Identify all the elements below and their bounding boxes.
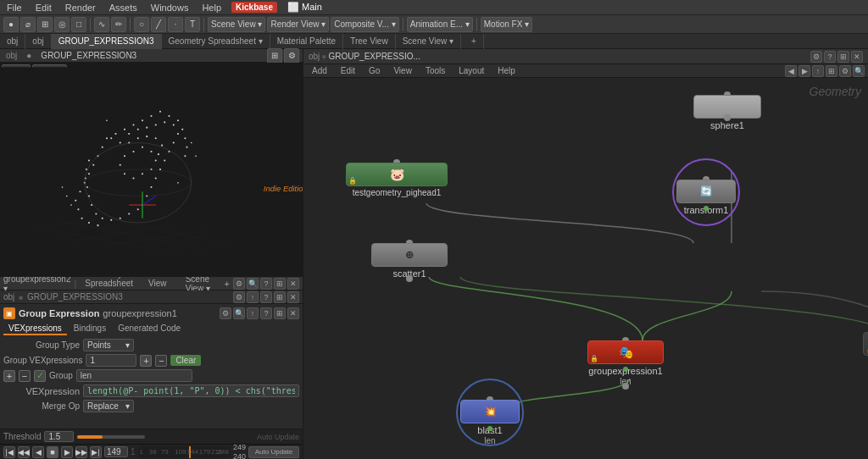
sub-help[interactable]: ?: [260, 291, 272, 303]
node-blast1[interactable]: 💥 blast1 len: [460, 400, 520, 445]
tab-obj1[interactable]: obj: [0, 34, 25, 49]
ge-group-remove[interactable]: −: [19, 370, 31, 382]
sphere1-box[interactable]: [693, 95, 761, 119]
sub-jump[interactable]: ↑: [247, 291, 259, 303]
animation-e-btn[interactable]: Animation E... ▾: [407, 17, 473, 32]
tool-circle[interactable]: ○: [134, 17, 149, 32]
panel-expand[interactable]: ⊞: [274, 278, 286, 290]
tab-obj2[interactable]: obj: [25, 34, 51, 49]
composite-v-btn[interactable]: Composite V... ▾: [331, 17, 398, 32]
ge-help[interactable]: ?: [260, 307, 272, 319]
pb-next[interactable]: ▶|: [90, 446, 102, 458]
ne-menu-tools[interactable]: Tools: [420, 66, 450, 75]
panel-search[interactable]: 🔍: [247, 278, 259, 290]
threshold-input[interactable]: [44, 431, 74, 442]
menu-assets[interactable]: Assets: [106, 3, 141, 13]
ne-expand[interactable]: ⊞: [837, 51, 849, 63]
tool-tube[interactable]: ⌀: [20, 17, 36, 32]
menu-render[interactable]: Render: [62, 3, 99, 13]
pb-play[interactable]: ▶: [61, 446, 73, 458]
ne-nav-back[interactable]: ◀: [785, 65, 797, 77]
menu-file[interactable]: File: [3, 3, 25, 13]
stab-bindings[interactable]: Bindings: [69, 323, 111, 335]
blast1-box[interactable]: 💥: [460, 400, 520, 423]
ne-help[interactable]: ?: [824, 51, 836, 63]
vp-reset-btn[interactable]: ⊞: [267, 48, 282, 64]
ne-nav-zoom[interactable]: 🔍: [853, 65, 865, 77]
node-pointwrangle1[interactable]: ⚙ 🔒 Attribute Wrangle pointwrangle1: [863, 332, 868, 379]
pighead-box[interactable]: 🐷 🔒: [346, 163, 448, 186]
ge-group-vex-input[interactable]: [86, 354, 136, 367]
stab-generated[interactable]: Generated Code: [113, 323, 186, 335]
tab-scene-view[interactable]: Scene View ▾: [396, 34, 461, 49]
ge-jump[interactable]: ↑: [247, 307, 259, 319]
btab-add[interactable]: +: [225, 279, 230, 289]
ne-menu-go[interactable]: Go: [364, 66, 385, 75]
node-canvas[interactable]: Geometry: [303, 78, 868, 459]
panel-settings[interactable]: ⚙: [233, 278, 245, 290]
path-obj[interactable]: obj: [309, 52, 320, 61]
ne-menu-layout[interactable]: Layout: [453, 66, 489, 75]
ne-menu-add[interactable]: Add: [307, 66, 332, 75]
panel-help[interactable]: ?: [260, 278, 272, 290]
ne-menu-help[interactable]: Help: [492, 66, 520, 75]
ge-merge-dropdown[interactable]: Replace ▾: [83, 400, 134, 412]
panel-close[interactable]: ✕: [287, 278, 299, 290]
scatter1-box[interactable]: ⊕: [371, 243, 448, 267]
threshold-slider[interactable]: [77, 435, 145, 439]
auto-update-btn[interactable]: Auto Update: [248, 446, 299, 458]
ge-clear-btn[interactable]: Clear: [170, 355, 201, 366]
tool-line[interactable]: ╱: [151, 17, 166, 32]
transform1-box[interactable]: 🔄: [676, 180, 736, 203]
sub-settings[interactable]: ⚙: [233, 291, 245, 303]
stab-vex[interactable]: VEXpressions: [3, 323, 67, 335]
ge-group-check[interactable]: ✓: [34, 370, 46, 382]
tool-text[interactable]: T: [185, 17, 200, 32]
tab-group-expression[interactable]: GROUP_EXPRESSION3: [52, 34, 162, 49]
ge-group-type-dropdown[interactable]: Points ▾: [83, 339, 134, 351]
pointwrangle1-box[interactable]: ⚙ 🔒: [863, 332, 868, 356]
node-sphere1[interactable]: sphere1: [693, 95, 761, 130]
tab-tree-view[interactable]: Tree View: [343, 34, 395, 49]
vp-settings-btn[interactable]: ⚙: [284, 48, 299, 64]
path-expr-active[interactable]: GROUP_EXPRESSIO...: [328, 52, 420, 61]
ge-group-val-input[interactable]: [76, 369, 192, 382]
ge-search[interactable]: 🔍: [233, 307, 245, 319]
ge-expand[interactable]: ⊞: [274, 307, 286, 319]
pb-stop[interactable]: ■: [47, 446, 58, 458]
ne-nav-up[interactable]: ↑: [812, 65, 824, 77]
frame-input[interactable]: [104, 446, 128, 457]
tool-sphere[interactable]: ●: [3, 17, 19, 32]
ne-nav-frame[interactable]: ⊞: [826, 65, 837, 77]
node-groupexpression1[interactable]: 🎭 🔒 groupexpression1 len: [587, 340, 664, 386]
node-transform1[interactable]: 🔄 transform1: [676, 180, 736, 215]
tool-curve[interactable]: ∿: [94, 17, 109, 32]
menu-edit[interactable]: Edit: [32, 3, 55, 13]
ge-add-btn[interactable]: +: [140, 355, 152, 367]
tool-box[interactable]: □: [71, 17, 86, 32]
pb-start[interactable]: |◀: [3, 446, 15, 458]
tool-grid[interactable]: ⊞: [37, 17, 53, 32]
ne-close[interactable]: ✕: [851, 51, 863, 63]
pb-play-real[interactable]: ▶▶: [75, 446, 87, 458]
node-scatter1[interactable]: ⊕ scatter1: [371, 243, 448, 279]
ge-remove-btn[interactable]: −: [155, 355, 167, 367]
tab-material-palette[interactable]: Material Palette: [270, 34, 343, 49]
ge-settings[interactable]: ⚙: [220, 307, 231, 319]
ne-menu-edit[interactable]: Edit: [336, 66, 360, 75]
ne-menu-view[interactable]: View: [388, 66, 417, 75]
tool-points[interactable]: ·: [168, 17, 183, 32]
pb-prev[interactable]: ◀: [32, 446, 44, 458]
tool-torus[interactable]: ◎: [54, 17, 70, 32]
tab-geo-spreadsheet[interactable]: Geometry Spreadsheet ▾: [162, 34, 270, 49]
sub-expand[interactable]: ⊞: [274, 291, 286, 303]
ge-vex-input[interactable]: [83, 384, 299, 397]
tab-add[interactable]: +: [465, 34, 484, 49]
render-view-btn[interactable]: Render View ▾: [267, 17, 329, 32]
ne-nav-fwd[interactable]: ▶: [798, 65, 810, 77]
ge-group-add[interactable]: +: [3, 370, 15, 382]
timeline[interactable]: 1 38 73 109 144 179 216 248: [138, 446, 231, 458]
motion-fx-btn[interactable]: Motion FX ▾: [481, 17, 532, 32]
scene-view-btn[interactable]: Scene View ▾: [208, 17, 265, 32]
node-testgeometry-pighead1[interactable]: 🐷 🔒 testgeometry_pighead1: [346, 163, 448, 197]
